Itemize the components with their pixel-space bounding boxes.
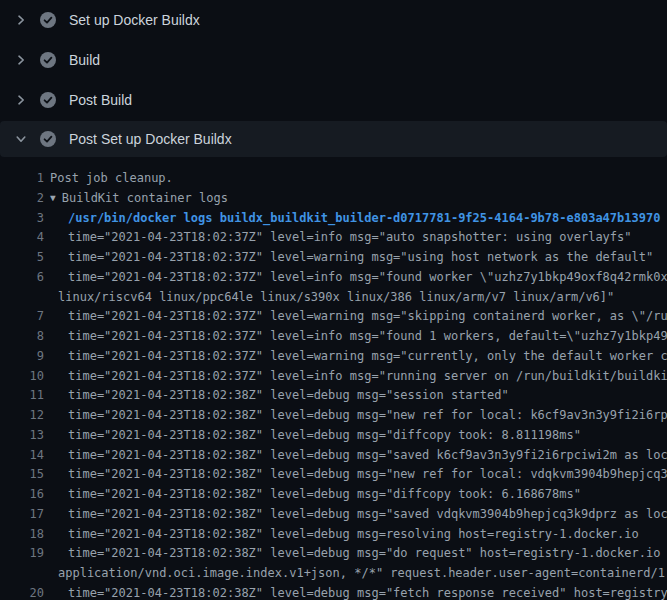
log-line-message: time="2021-04-23T18:02:38Z" level=debug … <box>68 487 581 501</box>
log-line: 5 ▼time="2021-04-23T18:02:37Z" level=war… <box>0 248 667 268</box>
chevron-right-icon <box>15 54 27 66</box>
step-label: Post Build <box>69 93 132 107</box>
log-line-text: ▼time="2021-04-23T18:02:38Z" level=debug… <box>68 544 667 564</box>
log-line-message: time="2021-04-23T18:02:38Z" level=debug … <box>68 408 667 422</box>
group-toggle-icon[interactable]: ▼ <box>50 189 56 208</box>
log-line-number[interactable]: 12 <box>0 406 44 426</box>
workflow-steps-list: Set up Docker Buildx Build P <box>0 0 667 157</box>
log-line: 9 ▼time="2021-04-23T18:02:37Z" level=war… <box>0 347 667 367</box>
log-line: 15 ▼time="2021-04-23T18:02:38Z" level=de… <box>0 465 667 485</box>
log-line-text: ▼time="2021-04-23T18:02:37Z" level=warni… <box>68 347 667 367</box>
chevron-right-icon <box>15 14 27 26</box>
step-label: Build <box>69 53 100 67</box>
log-line-text: ▼Post job cleanup. <box>50 169 173 189</box>
log-line-text: ▼time="2021-04-23T18:02:37Z" level=info … <box>68 268 667 288</box>
log-line: 3 ▼/usr/bin/docker logs buildx_buildkit_… <box>0 209 667 229</box>
log-line-number[interactable]: 8 <box>0 327 44 347</box>
log-line-message: time="2021-04-23T18:02:38Z" level=debug … <box>68 507 667 521</box>
log-line-text: ▼/usr/bin/docker logs buildx_buildkit_bu… <box>68 209 660 229</box>
log-line-number[interactable]: 20 <box>0 584 44 600</box>
log-line: 7 ▼time="2021-04-23T18:02:37Z" level=war… <box>0 307 667 327</box>
log-line-number[interactable]: 7 <box>0 307 44 327</box>
log-line-number[interactable]: 5 <box>0 248 44 268</box>
log-line-number[interactable]: 2 <box>0 189 44 209</box>
log-line-text: ▼time="2021-04-23T18:02:38Z" level=debug… <box>68 505 667 525</box>
check-circle-icon <box>40 92 56 108</box>
log-line: 19 ▼time="2021-04-23T18:02:38Z" level=de… <box>0 544 667 564</box>
log-line: 17 ▼time="2021-04-23T18:02:38Z" level=de… <box>0 505 667 525</box>
log-line-message: time="2021-04-23T18:02:37Z" level=info m… <box>68 329 667 343</box>
log-line-number[interactable]: 6 <box>0 268 44 288</box>
log-line-number[interactable] <box>0 564 44 584</box>
log-line: ▼linux/riscv64 linux/ppc64le linux/s390x… <box>0 288 667 308</box>
log-line-number[interactable]: 9 <box>0 347 44 367</box>
log-line-number[interactable]: 11 <box>0 386 44 406</box>
log-line-number[interactable]: 15 <box>0 465 44 485</box>
log-line: 6 ▼time="2021-04-23T18:02:37Z" level=inf… <box>0 268 667 288</box>
log-line-message: application/vnd.oci.image.index.v1+json,… <box>58 566 667 580</box>
chevron-right-icon <box>15 94 27 106</box>
log-line: 14 ▼time="2021-04-23T18:02:38Z" level=de… <box>0 446 667 466</box>
log-line-text: ▼time="2021-04-23T18:02:38Z" level=debug… <box>68 584 667 600</box>
log-line-number[interactable]: 1 <box>0 169 44 189</box>
log-line-message: time="2021-04-23T18:02:37Z" level=info m… <box>68 369 667 383</box>
log-line-number[interactable]: 16 <box>0 485 44 505</box>
check-circle-icon <box>40 12 56 28</box>
log-line-text: ▼time="2021-04-23T18:02:37Z" level=info … <box>68 327 667 347</box>
log-line-text: ▼BuildKit container logs <box>50 189 228 209</box>
step-log-output: 1 ▼Post job cleanup. 2 ▼BuildKit contain… <box>0 157 667 600</box>
log-line: 12 ▼time="2021-04-23T18:02:38Z" level=de… <box>0 406 667 426</box>
log-line-message: time="2021-04-23T18:02:38Z" level=debug … <box>68 546 667 560</box>
log-line-text: ▼time="2021-04-23T18:02:38Z" level=debug… <box>68 485 581 505</box>
log-line-text: ▼application/vnd.oci.image.index.v1+json… <box>58 564 667 584</box>
log-line-message: time="2021-04-23T18:02:38Z" level=debug … <box>68 586 667 600</box>
log-line-text: ▼linux/riscv64 linux/ppc64le linux/s390x… <box>58 288 614 308</box>
log-line: 11 ▼time="2021-04-23T18:02:38Z" level=de… <box>0 386 667 406</box>
log-line: 13 ▼time="2021-04-23T18:02:38Z" level=de… <box>0 426 667 446</box>
log-line-message: /usr/bin/docker logs buildx_buildkit_bui… <box>68 211 660 225</box>
log-line: 1 ▼Post job cleanup. <box>0 169 667 189</box>
log-line-number[interactable]: 17 <box>0 505 44 525</box>
log-line-text: ▼time="2021-04-23T18:02:38Z" level=debug… <box>68 406 667 426</box>
log-line-text: ▼time="2021-04-23T18:02:37Z" level=info … <box>68 228 632 248</box>
log-line-message: time="2021-04-23T18:02:37Z" level=warnin… <box>68 349 667 363</box>
log-line-text: ▼time="2021-04-23T18:02:37Z" level=warni… <box>68 248 653 268</box>
log-line-number[interactable]: 18 <box>0 525 44 545</box>
check-circle-icon <box>40 131 56 147</box>
step-header-set-up-docker-buildx[interactable]: Set up Docker Buildx <box>0 0 667 40</box>
log-line-number[interactable]: 14 <box>0 446 44 466</box>
log-line-text: ▼time="2021-04-23T18:02:38Z" level=debug… <box>68 446 667 466</box>
log-line-message: time="2021-04-23T18:02:37Z" level=warnin… <box>68 309 667 323</box>
log-line-number[interactable]: 4 <box>0 228 44 248</box>
step-header-post-build[interactable]: Post Build <box>0 80 667 120</box>
log-line: 4 ▼time="2021-04-23T18:02:37Z" level=inf… <box>0 228 667 248</box>
log-line: 10 ▼time="2021-04-23T18:02:37Z" level=in… <box>0 367 667 387</box>
check-circle-icon <box>40 52 56 68</box>
log-line-number[interactable]: 13 <box>0 426 44 446</box>
log-line-message: time="2021-04-23T18:02:37Z" level=info m… <box>68 270 667 284</box>
log-line-number[interactable]: 19 <box>0 544 44 564</box>
chevron-down-icon <box>15 133 27 145</box>
log-line-text: ▼time="2021-04-23T18:02:37Z" level=warni… <box>68 307 667 327</box>
step-header-build[interactable]: Build <box>0 40 667 80</box>
log-line-message: time="2021-04-23T18:02:37Z" level=info m… <box>68 230 632 244</box>
step-label: Set up Docker Buildx <box>69 13 200 27</box>
log-line-text: ▼time="2021-04-23T18:02:38Z" level=debug… <box>68 386 509 406</box>
log-line-message: time="2021-04-23T18:02:38Z" level=debug … <box>68 388 509 402</box>
log-line-message: linux/riscv64 linux/ppc64le linux/s390x … <box>58 290 614 304</box>
log-line: 2 ▼BuildKit container logs <box>0 189 667 209</box>
log-line-number[interactable]: 3 <box>0 209 44 229</box>
log-line-text: ▼time="2021-04-23T18:02:38Z" level=debug… <box>68 525 639 545</box>
log-line-message: time="2021-04-23T18:02:38Z" level=debug … <box>68 527 639 541</box>
log-line: 8 ▼time="2021-04-23T18:02:37Z" level=inf… <box>0 327 667 347</box>
log-line-text: ▼time="2021-04-23T18:02:38Z" level=debug… <box>68 426 581 446</box>
log-line-message: time="2021-04-23T18:02:37Z" level=warnin… <box>68 250 653 264</box>
step-header-post-set-up-docker-buildx[interactable]: Post Set up Docker Buildx <box>0 121 667 157</box>
log-line-message: Post job cleanup. <box>50 171 173 185</box>
log-line-message: time="2021-04-23T18:02:38Z" level=debug … <box>68 467 667 481</box>
log-line-number[interactable]: 10 <box>0 367 44 387</box>
log-line-message: BuildKit container logs <box>62 191 228 205</box>
log-line: 16 ▼time="2021-04-23T18:02:38Z" level=de… <box>0 485 667 505</box>
log-line-number[interactable] <box>0 288 44 308</box>
log-line: ▼application/vnd.oci.image.index.v1+json… <box>0 564 667 584</box>
